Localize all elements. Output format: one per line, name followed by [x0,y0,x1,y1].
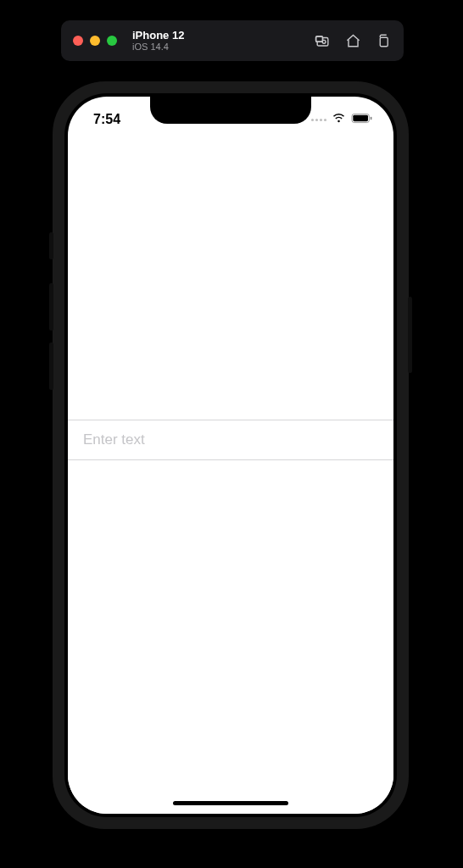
notch [150,97,311,124]
volume-up-button[interactable] [49,283,53,331]
window-controls [73,36,117,46]
simulator-info: iPhone 12 iOS 14.4 [132,30,184,52]
status-time-label: 7:54 [93,112,120,127]
phone-screen: 7:54 [68,97,393,814]
cellular-signal-icon [311,119,326,121]
svg-point-3 [322,40,326,43]
volume-down-button[interactable] [49,342,53,390]
svg-rect-7 [371,117,372,120]
app-content [68,137,393,814]
screenshot-icon[interactable] [314,32,331,49]
text-input[interactable] [83,431,378,448]
svg-rect-1 [315,36,322,41]
power-button[interactable] [408,297,412,373]
device-name-label: iPhone 12 [132,30,184,42]
battery-icon [351,112,373,127]
phone-bezel: 7:54 [64,93,397,817]
fullscreen-window-button[interactable] [107,36,117,46]
minimize-window-button[interactable] [90,36,100,46]
phone-frame: 7:54 [53,81,409,829]
os-version-label: iOS 14.4 [132,42,184,52]
text-input-container [68,420,393,460]
wifi-icon [332,112,346,127]
svg-rect-4 [380,37,388,47]
svg-rect-6 [353,115,368,121]
close-window-button[interactable] [73,36,83,46]
simulator-toolbar: iPhone 12 iOS 14.4 [61,20,404,61]
copy-icon[interactable] [375,32,392,49]
home-indicator[interactable] [173,801,288,805]
mute-switch[interactable] [49,232,53,259]
status-indicators [311,112,373,127]
home-icon[interactable] [344,32,361,49]
simulator-actions [314,32,392,49]
